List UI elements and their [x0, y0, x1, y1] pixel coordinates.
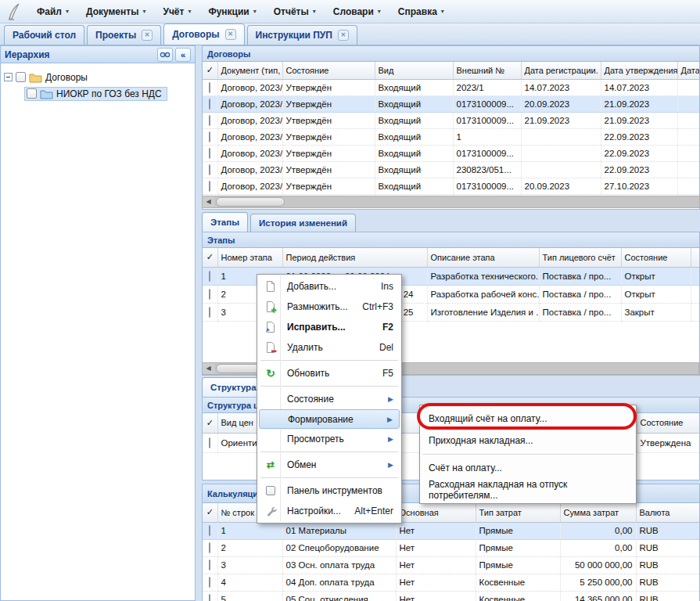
row-checkbox[interactable]: [209, 164, 210, 175]
submenu-item-dispatch-note[interactable]: Расходная накладная на отпуск потребител…: [421, 479, 635, 501]
column-currency[interactable]: Валюта: [636, 503, 700, 522]
submenu-item-payment-invoice[interactable]: Счёт на оплату...: [421, 457, 635, 479]
contracts-hscrollbar[interactable]: ◀: [202, 196, 700, 208]
row-checkbox[interactable]: [209, 437, 210, 448]
main-tab[interactable]: Договоры ✕: [163, 23, 244, 45]
menu-item-edit[interactable]: Исправить... F2: [259, 317, 400, 337]
column-stage-number[interactable]: Номер этапа: [217, 248, 282, 267]
tree-node-checkbox[interactable]: [16, 72, 26, 82]
contract-row[interactable]: Договор, 2023/... Утверждён Входящий 202…: [203, 79, 700, 95]
menu-item-settings[interactable]: Настройки... Alt+Enter: [259, 501, 400, 521]
stages-tab[interactable]: История изменений: [250, 214, 356, 232]
column-state[interactable]: Состояние: [621, 248, 691, 267]
chevron-down-icon: ▾: [66, 8, 69, 15]
scroll-left-icon[interactable]: ◀: [203, 363, 214, 374]
row-checkbox[interactable]: [209, 131, 210, 142]
column-state[interactable]: Состояние: [282, 62, 375, 79]
menu-item-delete[interactable]: Удалить Del: [259, 337, 400, 358]
row-checkbox[interactable]: [209, 560, 210, 570]
row-checkbox[interactable]: [209, 577, 210, 588]
close-icon[interactable]: ✕: [225, 29, 236, 40]
tree-node-checkbox[interactable]: [27, 88, 37, 99]
forming-submenu: Входящий счёт на оплату... Приходная нак…: [419, 405, 637, 504]
contract-row[interactable]: Договор, 2023/... Утверждён Входящий 1 2…: [203, 128, 700, 145]
contract-row[interactable]: Договор, 2023/... Утверждён Входящий 017…: [203, 145, 700, 161]
main-tab[interactable]: Проекты ✕: [87, 25, 161, 45]
menu-item-add[interactable]: Добавить... Ins: [259, 276, 400, 297]
column-state[interactable]: Состояние: [637, 413, 700, 433]
menubar-item[interactable]: Словари ▾: [325, 3, 389, 20]
column-period[interactable]: Период действия: [282, 248, 427, 267]
contracts-header-row: ✓ Документ (тип, № Состояние Вид Внешний…: [203, 62, 700, 79]
menu-item-duplicate[interactable]: Размножить... Ctrl+F3: [259, 297, 400, 317]
column-cost-type[interactable]: Тип затрат: [476, 503, 560, 522]
menubar-item[interactable]: Учёт ▾: [154, 3, 199, 20]
close-icon[interactable]: ✕: [142, 30, 153, 41]
column-document[interactable]: Документ (тип, №: [217, 62, 282, 79]
column-approval-date[interactable]: Дата утверждения: [601, 62, 677, 79]
menubar-item[interactable]: Файл ▾: [28, 3, 77, 20]
submenu-item-receipt-note[interactable]: Приходная накладная...: [421, 430, 635, 452]
chevron-down-icon: ▾: [441, 8, 444, 15]
menu-item-refresh[interactable]: ↻ Обновить F5: [259, 363, 400, 383]
column-check[interactable]: ✓: [203, 503, 217, 522]
menu-item-exchange[interactable]: ⇄ Обмен ▶: [259, 455, 400, 475]
calculation-row[interactable]: 4 04 Доп. оплата труда Нет Косвенные 5 2…: [203, 574, 700, 591]
menu-item-forming[interactable]: Формирование ▶: [259, 409, 400, 429]
column-registration-date[interactable]: Дата регистрации.: [521, 62, 601, 79]
column-check[interactable]: ✓: [203, 248, 217, 267]
column-description[interactable]: Описание этапа: [427, 248, 539, 267]
structure-tab[interactable]: Структура: [202, 377, 265, 397]
row-checkbox[interactable]: [209, 542, 210, 553]
menubar-item[interactable]: Функции ▾: [199, 3, 264, 20]
submenu-item-incoming-invoice[interactable]: Входящий счёт на оплату...: [421, 408, 635, 430]
calculation-row[interactable]: 2 02 Спецоборудование Нет Прямые 0,00 RU…: [203, 539, 700, 556]
scrollbar-thumb[interactable]: [216, 197, 285, 207]
row-checkbox[interactable]: [209, 271, 210, 282]
chevron-down-icon: ▾: [378, 8, 381, 15]
stages-tab[interactable]: Этапы: [202, 212, 248, 232]
menu-item-state[interactable]: Состояние ▶: [259, 389, 400, 409]
calculation-row[interactable]: 1 01 Материалы Нет Прямые 0,00 RUB: [203, 522, 700, 539]
contract-row[interactable]: Договор, 2023/... Утверждён Входящий 017…: [203, 178, 700, 194]
row-checkbox[interactable]: [209, 289, 210, 300]
main-tab[interactable]: Рабочий стол: [4, 25, 84, 45]
row-checkbox[interactable]: [209, 99, 210, 110]
menubar-item[interactable]: Документы ▾: [77, 3, 155, 20]
column-kind[interactable]: Вид: [375, 62, 453, 79]
tree-node-label: Договоры: [45, 72, 88, 83]
column-cost-sum[interactable]: Сумма затрат: [560, 503, 636, 522]
row-checkbox[interactable]: [209, 307, 210, 318]
row-checkbox[interactable]: [209, 115, 210, 126]
row-checkbox[interactable]: [209, 148, 210, 159]
calculation-row[interactable]: 5 05 Соц. отчисления Нет Косвенные 14 36…: [203, 591, 700, 601]
contract-row[interactable]: Договор, 2023/... Утверждён Входящий 017…: [203, 112, 700, 128]
contract-row[interactable]: Договор, 2023/... Утверждён Входящий 230…: [203, 161, 700, 178]
collapse-panel-icon[interactable]: «: [175, 48, 191, 62]
main-tab[interactable]: Инструкции ПУП ✕: [247, 25, 357, 45]
menu-item-view[interactable]: Просмотреть ▶: [259, 429, 400, 449]
search-icon[interactable]: [157, 48, 173, 62]
column-account-type[interactable]: Тип лицевого счёт: [539, 248, 621, 267]
collapse-node-icon[interactable]: [4, 73, 13, 81]
panel-splitter[interactable]: [196, 45, 202, 601]
menubar-item[interactable]: Отчёты ▾: [265, 3, 325, 20]
menubar-item[interactable]: Справка ▾: [389, 3, 453, 20]
column-check[interactable]: ✓: [203, 62, 217, 79]
tree-node-niokr[interactable]: НИОКР по ГОЗ без НДС: [24, 86, 192, 101]
column-main[interactable]: Основная: [396, 503, 476, 522]
column-external-number[interactable]: Внешний №: [453, 62, 521, 79]
row-checkbox[interactable]: [209, 181, 210, 192]
refresh-icon: ↻: [264, 366, 278, 380]
row-checkbox[interactable]: [209, 82, 210, 93]
scroll-left-icon[interactable]: ◀: [203, 196, 214, 207]
menu-item-toolbar[interactable]: Панель инструментов: [259, 480, 400, 501]
close-icon[interactable]: ✕: [338, 30, 349, 41]
contract-row[interactable]: Договор, 2023/... Утверждён Входящий 017…: [203, 95, 700, 112]
row-checkbox[interactable]: [209, 594, 210, 601]
calculation-row[interactable]: 3 03 Осн. оплата труда Нет Прямые 50 000…: [203, 556, 700, 574]
column-date[interactable]: Дата: [677, 62, 700, 79]
row-checkbox[interactable]: [209, 525, 210, 536]
column-check[interactable]: ✓: [203, 413, 217, 433]
tree-node-contracts[interactable]: Договоры: [4, 70, 192, 85]
